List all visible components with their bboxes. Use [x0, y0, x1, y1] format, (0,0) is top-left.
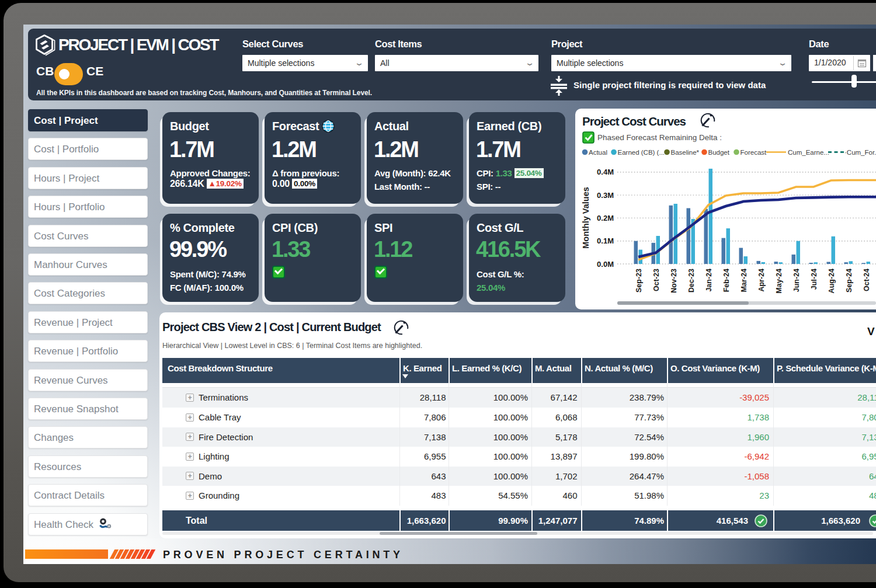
svg-text:Jan-24: Jan-24 — [705, 269, 713, 292]
svg-text:0.0M: 0.0M — [597, 260, 614, 269]
svg-text:Mar-24: Mar-24 — [740, 269, 748, 292]
svg-text:Jun-24: Jun-24 — [792, 269, 801, 292]
svg-text:Oct-24: Oct-24 — [863, 269, 871, 291]
svg-text:Forecast: Forecast — [741, 149, 767, 156]
svg-text:·Cum_For...: ·Cum_For... — [844, 149, 876, 156]
svg-text:0.2M: 0.2M — [597, 214, 614, 222]
svg-text:Dec-23: Dec-23 — [687, 269, 696, 293]
svg-text:Sep-24: Sep-24 — [845, 269, 853, 293]
svg-text:Project Cost Curves: Project Cost Curves — [582, 114, 686, 128]
svg-text:Feb-24: Feb-24 — [722, 269, 731, 292]
svg-text:Nov-23: Nov-23 — [670, 269, 678, 293]
svg-text:Oct-23: Oct-23 — [652, 269, 661, 291]
svg-text:0.1M: 0.1M — [597, 236, 614, 245]
svg-text:May-24: May-24 — [775, 269, 783, 293]
svg-text:Apr-24: Apr-24 — [757, 269, 766, 292]
svg-text:Jul-24: Jul-24 — [810, 269, 818, 290]
svg-text:Sep-23: Sep-23 — [635, 269, 643, 293]
svg-text:Phased Forecast Remaining Delt: Phased Forecast Remaining Delta : — [597, 133, 722, 142]
svg-text:Cum_Earne...: Cum_Earne... — [788, 149, 829, 156]
svg-text:Budget: Budget — [708, 149, 730, 156]
svg-text:Aug-24: Aug-24 — [828, 269, 836, 293]
svg-text:0.3M: 0.3M — [597, 191, 614, 200]
svg-text:Actual: Actual — [589, 149, 607, 156]
svg-text:Monthly Values: Monthly Values — [581, 187, 590, 249]
svg-text:Baseline*: Baseline* — [671, 149, 700, 156]
svg-text:0.4M: 0.4M — [597, 168, 614, 176]
svg-text:Earned (CB) (...: Earned (CB) (... — [618, 149, 665, 156]
